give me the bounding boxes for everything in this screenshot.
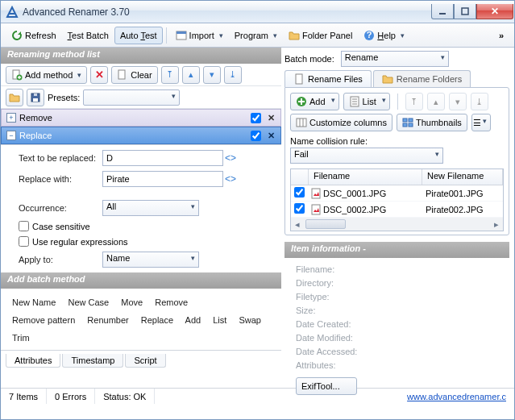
- move-bottom-button[interactable]: ⤓: [471, 93, 488, 110]
- move-up-button[interactable]: ▴: [427, 93, 445, 110]
- scroll-left-icon[interactable]: ◂: [291, 219, 304, 230]
- expand-icon[interactable]: +: [6, 113, 16, 123]
- batch-method-item[interactable]: New Case: [68, 297, 109, 307]
- text-to-replace-input[interactable]: [102, 150, 223, 166]
- tab-attributes[interactable]: Attributes: [6, 354, 60, 368]
- files-pane: Add List ⤒ ▴ ▾ ⤓ Customize columns: [284, 87, 509, 235]
- batch-method-item[interactable]: Move: [121, 297, 143, 307]
- exiftool-button[interactable]: ExifTool...: [296, 377, 357, 395]
- occurrence-combo[interactable]: All: [102, 200, 199, 216]
- method-enable-checkbox[interactable]: [251, 113, 261, 123]
- apply-to-combo[interactable]: Name: [102, 252, 199, 268]
- close-button[interactable]: ✕: [476, 4, 513, 19]
- files-grid: Filename New Filename DSC_0001.JPG Pirat…: [290, 168, 504, 231]
- move-bottom-button[interactable]: ⤓: [224, 66, 242, 84]
- method-item-remove[interactable]: + Remove ✕: [1, 109, 281, 127]
- overflow-button[interactable]: »: [493, 27, 509, 44]
- case-sensitive-checkbox[interactable]: [19, 221, 29, 231]
- clear-icon: [117, 69, 128, 81]
- folder-icon: [289, 30, 300, 41]
- minimize-button[interactable]: [431, 4, 454, 19]
- collapse-icon[interactable]: −: [6, 131, 16, 140]
- open-preset-button[interactable]: [6, 89, 23, 106]
- view-options-button[interactable]: ☰: [471, 114, 491, 131]
- table-row[interactable]: DSC_0001.JPG Pirate001.JPG: [291, 185, 503, 202]
- website-link[interactable]: www.advancedrenamer.c: [399, 389, 514, 404]
- presets-combo[interactable]: [83, 89, 180, 106]
- grid-filename-header[interactable]: Filename: [309, 169, 422, 185]
- table-row[interactable]: DSC_0002.JPG Pirate002.JPG: [291, 202, 503, 218]
- svg-rect-17: [409, 119, 413, 122]
- row-checkbox[interactable]: [294, 203, 305, 214]
- left-bottom-tabs: Attributes Timestamp Script: [1, 350, 281, 368]
- tab-rename-files[interactable]: Rename Files: [284, 70, 372, 87]
- replace-with-input[interactable]: [102, 171, 223, 187]
- horizontal-scrollbar[interactable]: ◂ ▸: [291, 218, 503, 231]
- svg-rect-3: [177, 31, 186, 34]
- batch-method-item[interactable]: Replace: [141, 315, 173, 325]
- batch-method-item[interactable]: Swap: [239, 315, 261, 325]
- svg-rect-20: [312, 189, 320, 198]
- refresh-button[interactable]: Refresh: [6, 27, 62, 44]
- scroll-right-icon[interactable]: ▸: [490, 219, 503, 230]
- tab-rename-folders[interactable]: Rename Folders: [373, 70, 471, 87]
- info-label: Filename:: [296, 263, 509, 277]
- left-panel: Renaming method list Add method▾ ✕ Clear…: [1, 48, 281, 388]
- move-up-button[interactable]: ▴: [182, 66, 200, 84]
- method-item-replace[interactable]: − Replace ✕: [1, 127, 281, 144]
- arrow-top-icon: ⤒: [166, 69, 173, 80]
- help-button[interactable]: ? Help▾: [358, 27, 410, 44]
- chevron-down-icon: ▾: [273, 31, 277, 40]
- program-button[interactable]: Program▾: [229, 27, 283, 44]
- tab-timestamp[interactable]: Timestamp: [62, 354, 123, 368]
- maximize-button[interactable]: [454, 4, 476, 19]
- move-top-button[interactable]: ⤒: [405, 93, 423, 110]
- thumbnails-button[interactable]: Thumbnails: [397, 114, 467, 131]
- grid-checkbox-header[interactable]: [291, 169, 309, 185]
- list-button[interactable]: List: [343, 93, 390, 110]
- replace-with-label: Replace with:: [19, 174, 102, 184]
- method-close-button[interactable]: ✕: [264, 129, 277, 142]
- svg-rect-11: [34, 94, 37, 96]
- move-down-button[interactable]: ▾: [449, 93, 467, 110]
- folder-panel-button[interactable]: Folder Panel: [283, 27, 358, 44]
- scroll-thumb[interactable]: [305, 219, 346, 229]
- info-label: Size:: [296, 304, 509, 318]
- tag-hint-icon[interactable]: <>: [223, 173, 238, 185]
- customize-columns-button[interactable]: Customize columns: [290, 114, 392, 131]
- svg-rect-21: [312, 205, 320, 214]
- status-bar: 7 Items 0 Errors Status: OK www.advanced…: [1, 388, 514, 404]
- add-files-button[interactable]: Add: [290, 93, 339, 110]
- help-icon: ?: [363, 30, 375, 41]
- test-batch-button[interactable]: Test Batch: [62, 27, 114, 44]
- batch-mode-combo[interactable]: Rename: [341, 51, 449, 67]
- chevron-down-icon: ▾: [77, 71, 81, 79]
- batch-method-item[interactable]: Add: [185, 315, 201, 325]
- file-icon: [293, 73, 305, 85]
- clear-button[interactable]: Clear: [111, 66, 157, 84]
- batch-method-item[interactable]: Renumber: [87, 315, 128, 325]
- method-enable-checkbox[interactable]: [251, 131, 261, 141]
- method-close-button[interactable]: ✕: [264, 111, 277, 124]
- auto-test-button[interactable]: Auto Test: [114, 27, 163, 44]
- move-top-button[interactable]: ⤒: [161, 66, 179, 84]
- batch-method-item[interactable]: List: [213, 315, 226, 325]
- batch-method-item[interactable]: Trim: [12, 333, 30, 343]
- add-method-button[interactable]: Add method▾: [6, 66, 87, 84]
- move-down-button[interactable]: ▾: [203, 66, 221, 84]
- collision-rule-combo[interactable]: Fail: [290, 148, 443, 164]
- batch-mode-label: Batch mode:: [284, 54, 334, 64]
- import-button[interactable]: Import▾: [170, 27, 229, 44]
- batch-method-item[interactable]: New Name: [12, 297, 56, 307]
- batch-method-item[interactable]: Remove: [155, 297, 188, 307]
- svg-rect-16: [403, 119, 407, 122]
- row-checkbox[interactable]: [294, 187, 305, 198]
- batch-method-item[interactable]: Remove pattern: [12, 315, 75, 325]
- tab-script[interactable]: Script: [125, 354, 165, 368]
- use-regex-checkbox[interactable]: [19, 236, 29, 247]
- save-preset-button[interactable]: [27, 89, 44, 106]
- delete-method-button[interactable]: ✕: [90, 66, 108, 84]
- grid-newfilename-header[interactable]: New Filename: [422, 169, 503, 185]
- collision-rule-label: Name collision rule:: [290, 136, 504, 146]
- tag-hint-icon[interactable]: <>: [223, 152, 238, 164]
